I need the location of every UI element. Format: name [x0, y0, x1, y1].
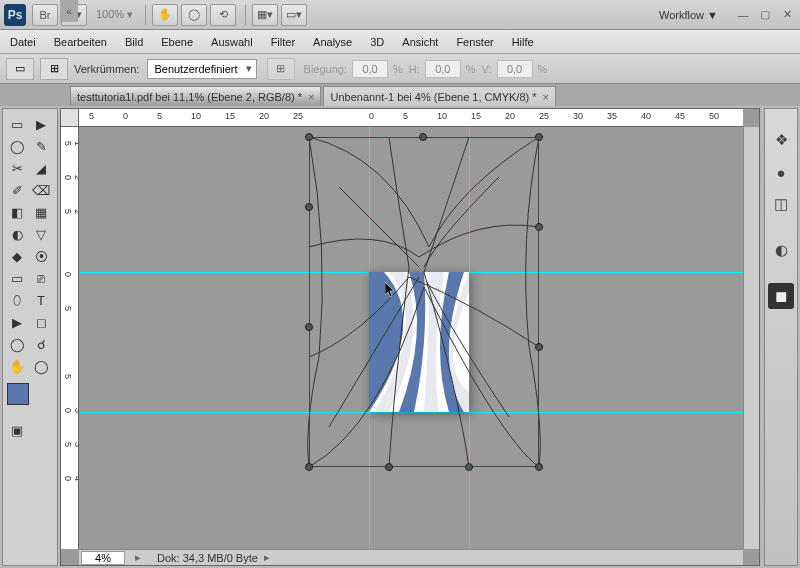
menu-bar: Datei Bearbeiten Bild Ebene Auswahl Filt… — [0, 30, 800, 54]
vertical-scrollbar[interactable] — [743, 127, 759, 549]
cursor-pointer — [385, 282, 397, 298]
quickmask-toggle[interactable]: ▣ — [5, 419, 29, 441]
menu-datei[interactable]: Datei — [10, 36, 36, 48]
menu-hilfe[interactable]: Hilfe — [512, 36, 534, 48]
document-tabbar: « testtutoria1l.pdf bei 11,1% (Ebene 2, … — [0, 84, 800, 106]
warp-handle[interactable] — [305, 133, 313, 141]
info-chevron-icon[interactable]: ▸ — [264, 551, 270, 564]
count-tool[interactable]: ☌ — [29, 333, 53, 355]
move-tool[interactable]: ▶ — [29, 113, 53, 135]
marquee-tool[interactable]: ▭ — [5, 113, 29, 135]
dodge-tool[interactable]: ▭ — [5, 267, 29, 289]
pen-tool[interactable]: ⬯ — [5, 289, 29, 311]
app-logo: Ps — [4, 4, 26, 26]
workspace: ▭▶ ◯✎ ✂◢ ✐⌫ ◧▦ ◐▽ ◆⦿ ▭⎚ ⬯T ▶◻ ◯☌ ✋◯ ▣ 50… — [0, 106, 800, 568]
zoom-display[interactable]: 100% ▾ — [96, 8, 133, 21]
warp-handle[interactable] — [385, 463, 393, 471]
info-icon[interactable]: ▸ — [135, 551, 141, 564]
tab-close-icon[interactable]: × — [308, 91, 314, 103]
path-tool[interactable]: ▶ — [5, 311, 29, 333]
screen-mode-button[interactable]: ▭▾ — [281, 4, 307, 26]
vertical-ruler[interactable]: 152025055303540 — [61, 127, 79, 549]
layers-panel-icon[interactable]: ❖ — [768, 127, 794, 153]
status-bar: 4% ▸ Dok: 34,3 MB/0 Byte ▸ — [79, 549, 743, 565]
warp-orient-icon[interactable]: ⊞ — [267, 58, 295, 80]
v-field[interactable]: 0,0 — [497, 60, 533, 78]
crop-tool[interactable]: ✂ — [5, 157, 29, 179]
options-bar: ▭ ⊞ Verkrümmen: Benutzerdefiniert ⊞ Bieg… — [0, 54, 800, 84]
warp-handle[interactable] — [535, 223, 543, 231]
foreground-color[interactable] — [7, 383, 29, 405]
menu-bearbeiten[interactable]: Bearbeiten — [54, 36, 107, 48]
blur-tool[interactable]: ⦿ — [29, 245, 53, 267]
warp-handle[interactable] — [535, 343, 543, 351]
menu-ansicht[interactable]: Ansicht — [402, 36, 438, 48]
tab-scroll-left[interactable]: « — [60, 0, 78, 22]
channels-panel-icon[interactable]: ● — [768, 159, 794, 185]
warp-tool-icon[interactable]: ▭ — [6, 58, 34, 80]
horizontal-ruler[interactable]: 5051015202505101520253035404550 — [79, 109, 743, 127]
title-bar: Ps Br ▦▾ 100% ▾ ✋ ◯ ⟲ ▦▾ ▭▾ Workflow ▼ —… — [0, 0, 800, 30]
paths-panel-icon[interactable]: ◫ — [768, 191, 794, 217]
swatches-panel-icon[interactable]: ◼ — [768, 283, 794, 309]
warp-grid-icon[interactable]: ⊞ — [40, 58, 68, 80]
eyedropper-tool[interactable]: ✐ — [5, 179, 29, 201]
bend-field[interactable]: 0,0 — [352, 60, 388, 78]
toolbox: ▭▶ ◯✎ ✂◢ ✐⌫ ◧▦ ◐▽ ◆⦿ ▭⎚ ⬯T ▶◻ ◯☌ ✋◯ ▣ — [2, 108, 58, 566]
menu-fenster[interactable]: Fenster — [456, 36, 493, 48]
workspace-selector[interactable]: Workflow ▼ — [659, 9, 718, 21]
transform-bounding-box[interactable] — [309, 137, 539, 467]
warp-handle[interactable] — [305, 323, 313, 331]
arrange-button[interactable]: ▦▾ — [252, 4, 278, 26]
document-info[interactable]: Dok: 34,3 MB/0 Byte — [157, 552, 258, 564]
menu-3d[interactable]: 3D — [370, 36, 384, 48]
tab-label: Unbenannt-1 bei 4% (Ebene 1, CMYK/8) * — [330, 91, 536, 103]
menu-bild[interactable]: Bild — [125, 36, 143, 48]
document-tab-2[interactable]: Unbenannt-1 bei 4% (Ebene 1, CMYK/8) * × — [323, 86, 556, 106]
canvas-viewport[interactable] — [79, 127, 743, 549]
warp-preset-select[interactable]: Benutzerdefiniert — [147, 59, 256, 79]
rotate-view-button[interactable]: ⟲ — [210, 4, 236, 26]
brush-tool[interactable]: ◧ — [5, 201, 29, 223]
document-tab-1[interactable]: testtutoria1l.pdf bei 11,1% (Ebene 2, RG… — [70, 86, 321, 106]
sponge-tool[interactable]: ⎚ — [29, 267, 53, 289]
zoom-tool-button[interactable]: ◯ — [181, 4, 207, 26]
zoom-tool[interactable]: ◯ — [29, 355, 53, 377]
adjustments-panel-icon[interactable]: ◐ — [768, 237, 794, 263]
slice-tool[interactable]: ◢ — [29, 157, 53, 179]
warp-handle[interactable] — [305, 203, 313, 211]
eraser-tool[interactable]: ▽ — [29, 223, 53, 245]
warp-handle[interactable] — [535, 133, 543, 141]
hand-tool-button[interactable]: ✋ — [152, 4, 178, 26]
maximize-button[interactable]: ▢ — [756, 8, 774, 22]
menu-auswahl[interactable]: Auswahl — [211, 36, 253, 48]
history-brush-tool[interactable]: ◐ — [5, 223, 29, 245]
tab-close-icon[interactable]: × — [543, 91, 549, 103]
bridge-button[interactable]: Br — [32, 4, 58, 26]
stamp-tool[interactable]: ▦ — [29, 201, 53, 223]
heal-tool[interactable]: ⌫ — [29, 179, 53, 201]
h-field[interactable]: 0,0 — [425, 60, 461, 78]
ruler-origin[interactable] — [61, 109, 79, 127]
shape-tool[interactable]: ◻ — [29, 311, 53, 333]
menu-filter[interactable]: Filter — [271, 36, 295, 48]
lasso-tool[interactable]: ◯ — [5, 135, 29, 157]
warp-handle[interactable] — [535, 463, 543, 471]
right-panel-strip: ❖ ● ◫ ◐ ◼ — [764, 108, 798, 566]
notes-tool[interactable]: ◯ — [5, 333, 29, 355]
minimize-button[interactable]: — — [734, 8, 752, 22]
warp-label: Verkrümmen: — [74, 63, 139, 75]
menu-analyse[interactable]: Analyse — [313, 36, 352, 48]
bend-label: Biegung: — [304, 63, 347, 75]
close-button[interactable]: ✕ — [778, 8, 796, 22]
wand-tool[interactable]: ✎ — [29, 135, 53, 157]
type-tool[interactable]: T — [29, 289, 53, 311]
warp-handle[interactable] — [465, 463, 473, 471]
warp-handle[interactable] — [305, 463, 313, 471]
gradient-tool[interactable]: ◆ — [5, 245, 29, 267]
tab-label: testtutoria1l.pdf bei 11,1% (Ebene 2, RG… — [77, 91, 302, 103]
menu-ebene[interactable]: Ebene — [161, 36, 193, 48]
hand-tool[interactable]: ✋ — [5, 355, 29, 377]
zoom-input[interactable]: 4% — [81, 551, 125, 565]
warp-handle[interactable] — [419, 133, 427, 141]
